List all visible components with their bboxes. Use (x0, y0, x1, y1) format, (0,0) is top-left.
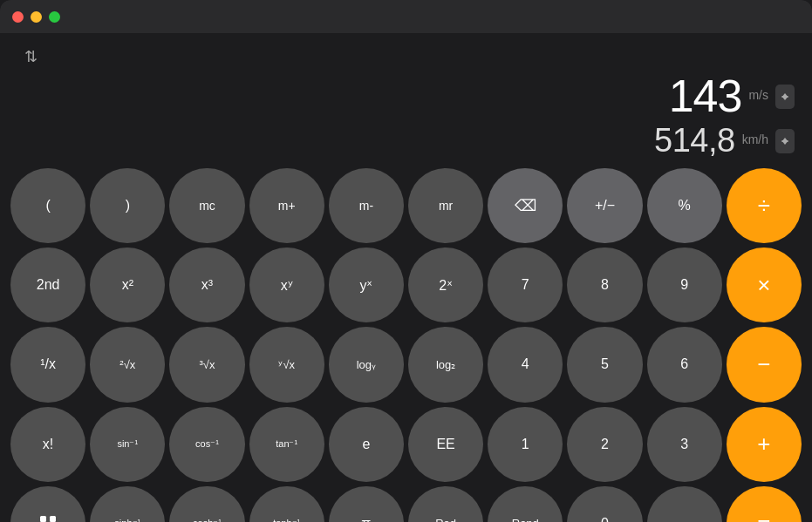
titlebar (0, 0, 812, 33)
button----[interactable]: +/− (567, 168, 642, 243)
secondary-display-value: 514,8 (654, 123, 735, 159)
button-e[interactable]: e (329, 407, 404, 482)
svg-marker-1 (781, 96, 788, 100)
main-display-value: 143 (669, 71, 742, 121)
main-unit-stepper[interactable] (775, 85, 795, 109)
button--[interactable]: = (727, 486, 802, 522)
button-m-[interactable]: m- (329, 168, 404, 243)
button-cos--[interactable]: cos⁻¹ (169, 407, 244, 482)
button-sinh--[interactable]: sinh⁻¹ (90, 486, 165, 522)
button-5[interactable]: 5 (567, 327, 642, 402)
button--[interactable]: ( (10, 168, 85, 243)
button-grid: ()mcm+m-mr⌫+/−%÷2ndx²x³xʸyˣ2ˣ789×¹/x²√x³… (10, 168, 802, 522)
button--[interactable] (10, 486, 85, 522)
display-area: ⇅ 143 m/s 514,8 km/h (0, 33, 812, 165)
sort-icon[interactable]: ⇅ (17, 44, 44, 70)
button--[interactable]: × (727, 247, 802, 322)
button-x-[interactable]: xʸ (249, 247, 324, 322)
button---x[interactable]: ʸ√x (249, 327, 324, 402)
button-4[interactable]: 4 (488, 327, 563, 402)
button--[interactable]: ) (90, 168, 165, 243)
button-2-[interactable]: 2ˣ (408, 247, 483, 322)
button-x-[interactable]: x! (10, 407, 85, 482)
button--[interactable]: + (727, 407, 802, 482)
button-2[interactable]: 2 (567, 407, 642, 482)
button-x-[interactable]: x³ (169, 247, 244, 322)
button-m-[interactable]: m+ (249, 168, 324, 243)
button-cosh--[interactable]: cosh⁻¹ (169, 486, 244, 522)
svg-rect-4 (40, 516, 46, 522)
button-sin--[interactable]: sin⁻¹ (90, 407, 165, 482)
button--[interactable]: ÷ (727, 168, 802, 243)
button---x[interactable]: ¹/x (10, 327, 85, 402)
button-x-[interactable]: x² (90, 247, 165, 322)
button-9[interactable]: 9 (647, 247, 722, 322)
button--[interactable]: ⌫ (488, 168, 563, 243)
secondary-unit-stepper[interactable] (775, 129, 795, 153)
button-EE[interactable]: EE (408, 407, 483, 482)
button-Rand[interactable]: Rand (488, 486, 563, 522)
button-tan--[interactable]: tan⁻¹ (249, 407, 324, 482)
button--[interactable]: − (727, 327, 802, 402)
button-tanh--[interactable]: tanh⁻¹ (249, 486, 324, 522)
button--[interactable]: π (329, 486, 404, 522)
button-y-[interactable]: yˣ (329, 247, 404, 322)
svg-marker-3 (781, 140, 788, 145)
buttons-area: ()mcm+m-mr⌫+/−%÷2ndx²x³xʸyˣ2ˣ789×¹/x²√x³… (0, 165, 812, 522)
button-mc[interactable]: mc (169, 168, 244, 243)
minimize-button[interactable] (31, 11, 42, 23)
main-unit-label: m/s (748, 88, 768, 102)
button---x[interactable]: ²√x (90, 327, 165, 402)
svg-rect-5 (50, 516, 56, 522)
button-log-[interactable]: log₂ (408, 327, 483, 402)
button-log-[interactable]: logᵧ (329, 327, 404, 402)
button--[interactable]: , (647, 486, 722, 522)
button-8[interactable]: 8 (567, 247, 642, 322)
secondary-unit-label: km/h (742, 132, 768, 146)
button-2nd[interactable]: 2nd (10, 247, 85, 322)
button-mr[interactable]: mr (408, 168, 483, 243)
button-Rad[interactable]: Rad (408, 486, 483, 522)
maximize-button[interactable] (49, 11, 60, 23)
button-0[interactable]: 0 (567, 486, 642, 522)
button--[interactable]: % (647, 168, 722, 243)
button---x[interactable]: ³√x (169, 327, 244, 402)
close-button[interactable] (12, 11, 24, 23)
main-display-row: 143 m/s (669, 71, 795, 121)
button-1[interactable]: 1 (488, 407, 563, 482)
secondary-display-row: 514,8 km/h (654, 123, 795, 159)
button-3[interactable]: 3 (647, 407, 722, 482)
button-6[interactable]: 6 (647, 327, 722, 402)
button-7[interactable]: 7 (488, 247, 563, 322)
